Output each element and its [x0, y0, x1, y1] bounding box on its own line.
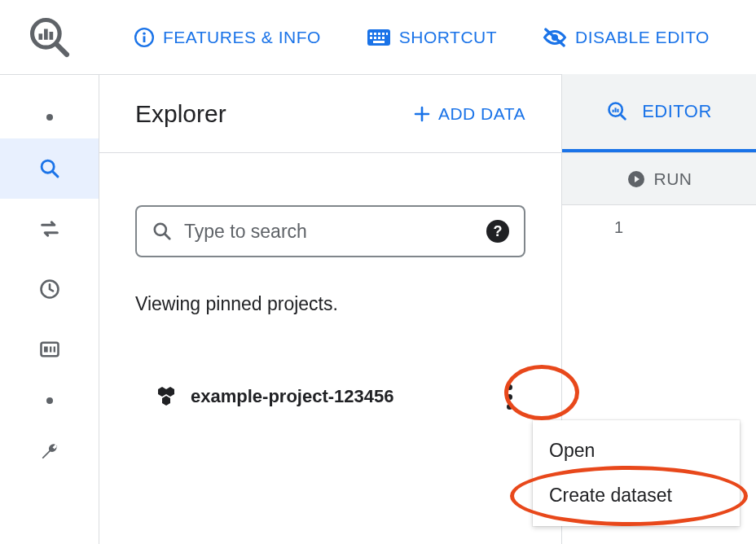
- svg-rect-26: [50, 347, 51, 353]
- rail-dot-2[interactable]: [0, 379, 99, 422]
- svg-rect-15: [374, 37, 376, 39]
- svg-rect-12: [382, 33, 385, 35]
- svg-line-4: [56, 43, 67, 54]
- svg-rect-7: [143, 36, 146, 42]
- svg-rect-3: [50, 32, 54, 40]
- svg-rect-25: [44, 347, 48, 353]
- svg-rect-13: [386, 33, 388, 35]
- scheduled-icon: [38, 338, 61, 361]
- transfer-icon: [38, 217, 61, 240]
- disable-editor-button[interactable]: DISABLE EDITO: [543, 27, 710, 48]
- dot-icon: [46, 114, 53, 121]
- disable-editor-label: DISABLE EDITO: [575, 28, 710, 47]
- menu-item-open[interactable]: Open: [533, 428, 740, 473]
- svg-point-6: [143, 32, 145, 34]
- project-row[interactable]: example-project-123456: [99, 377, 561, 416]
- add-data-label: ADD DATA: [438, 104, 525, 124]
- svg-rect-2: [44, 29, 48, 39]
- add-data-button[interactable]: ADD DATA: [412, 104, 525, 124]
- rail-history[interactable]: [0, 259, 99, 319]
- wrench-icon: [38, 441, 61, 463]
- svg-marker-30: [158, 387, 166, 397]
- search-box[interactable]: ?: [135, 205, 525, 257]
- editor-tab-label: EDITOR: [642, 101, 712, 122]
- features-info-label: FEATURES & INFO: [163, 28, 321, 47]
- rail-scheduled[interactable]: [0, 319, 99, 379]
- search-icon: [152, 221, 173, 242]
- dot-icon: [46, 397, 53, 404]
- shortcut-button[interactable]: SHORTCUT: [367, 28, 497, 47]
- svg-marker-32: [162, 396, 170, 406]
- svg-rect-27: [53, 347, 55, 353]
- plus-icon: [412, 104, 432, 124]
- editor-tab[interactable]: EDITOR: [562, 74, 756, 152]
- help-icon[interactable]: ?: [486, 220, 509, 243]
- rail-transfers[interactable]: [0, 199, 99, 259]
- keyboard-icon: [367, 29, 391, 46]
- info-icon: [134, 27, 155, 48]
- svg-rect-9: [370, 33, 372, 35]
- run-button[interactable]: RUN: [562, 153, 756, 205]
- svg-rect-10: [374, 33, 376, 35]
- search-input[interactable]: [184, 221, 475, 243]
- query-icon: [606, 100, 629, 123]
- kebab-icon: [507, 384, 512, 410]
- svg-rect-16: [378, 37, 380, 39]
- svg-line-37: [621, 115, 626, 120]
- svg-rect-18: [373, 41, 385, 43]
- play-icon: [626, 169, 646, 189]
- menu-item-create-dataset[interactable]: Create dataset: [533, 473, 740, 518]
- features-info-button[interactable]: FEATURES & INFO: [134, 27, 321, 48]
- svg-rect-17: [382, 37, 385, 39]
- visibility-off-icon: [543, 27, 567, 48]
- rail-settings[interactable]: [0, 422, 99, 482]
- svg-rect-14: [370, 37, 372, 39]
- svg-rect-35: [615, 107, 617, 112]
- svg-rect-34: [613, 110, 614, 112]
- explorer-panel: Explorer ADD DATA ? Viewing pinned proje…: [99, 75, 562, 544]
- context-menu: Open Create dataset: [533, 420, 740, 526]
- top-actions: FEATURES & INFO SHORTCUT: [99, 27, 710, 48]
- rail-dot-1[interactable]: [0, 96, 99, 138]
- search-wrap: ?: [99, 153, 561, 257]
- svg-marker-31: [166, 387, 174, 397]
- pinned-message: Viewing pinned projects.: [99, 257, 561, 315]
- project-left: example-project-123456: [155, 386, 393, 407]
- nav-rail: [0, 75, 99, 544]
- svg-rect-11: [378, 33, 380, 35]
- line-number: 1: [614, 218, 623, 237]
- clock-icon: [38, 278, 61, 301]
- shortcut-label: SHORTCUT: [399, 28, 497, 47]
- search-icon: [38, 157, 61, 180]
- explorer-title: Explorer: [135, 100, 226, 128]
- top-bar: FEATURES & INFO SHORTCUT: [0, 0, 756, 75]
- run-label: RUN: [654, 169, 692, 189]
- rail-search[interactable]: [0, 138, 99, 199]
- project-icon: [155, 386, 178, 407]
- project-actions-button[interactable]: [493, 380, 525, 413]
- logo-cell: [0, 0, 99, 75]
- svg-rect-1: [38, 33, 42, 39]
- svg-line-29: [165, 234, 169, 239]
- svg-rect-36: [618, 109, 619, 112]
- editor-tab-row: EDITOR: [562, 75, 756, 153]
- project-name: example-project-123456: [191, 386, 393, 407]
- bigquery-logo-icon: [27, 15, 73, 60]
- svg-line-22: [52, 172, 57, 177]
- explorer-header: Explorer ADD DATA: [99, 75, 561, 153]
